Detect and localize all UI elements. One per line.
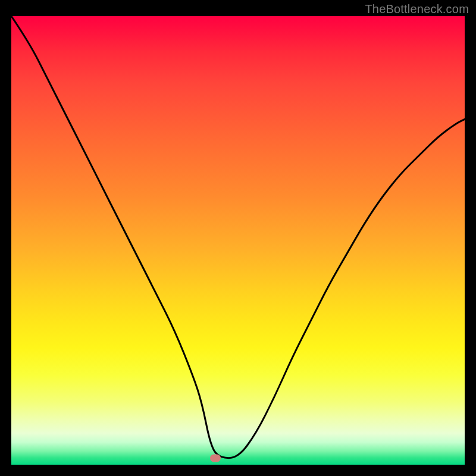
watermark-text: TheBottleneck.com (365, 2, 469, 16)
bottleneck-curve (11, 16, 465, 465)
plot-area (11, 16, 465, 465)
chart-frame: TheBottleneck.com (0, 0, 476, 476)
optimal-marker (210, 454, 221, 462)
